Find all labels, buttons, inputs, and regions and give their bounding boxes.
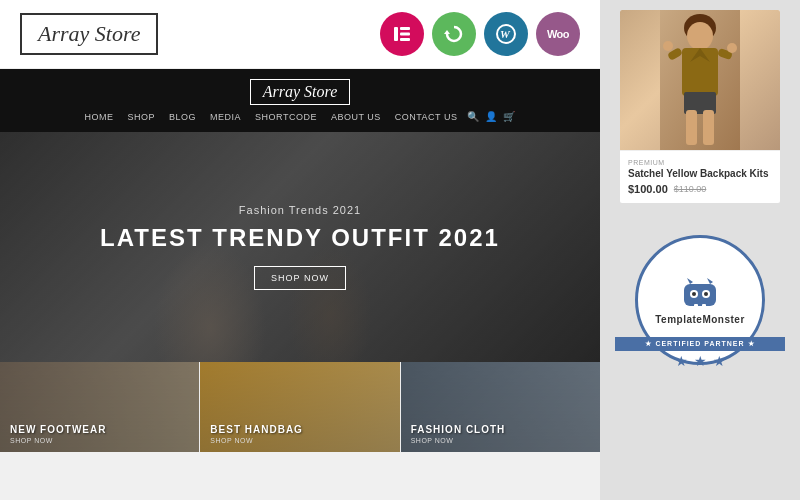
certified-ribbon: ★ CERTIFIED PARTNER ★ xyxy=(615,337,785,351)
wp-svg: W xyxy=(495,23,517,45)
svg-rect-0 xyxy=(394,27,398,41)
svg-rect-19 xyxy=(684,284,716,306)
category-cloth-label: FASHION CLOTH xyxy=(411,424,506,435)
tm-name: TemplateMonster xyxy=(655,314,745,325)
hero-section: Fashion Trends 2021 LATEST TRENDY OUTFIT… xyxy=(0,132,600,362)
store-nav: Array Store HOME SHOP BLOG MEDIA SHORTCO… xyxy=(0,69,600,132)
nav-blog[interactable]: BLOG xyxy=(169,112,196,122)
svg-marker-25 xyxy=(707,278,713,284)
star-3: ★ xyxy=(713,353,726,369)
monster-icon xyxy=(680,276,720,314)
category-grid: NEW FOOTWEAR SHOP NOW BEST HANDBAG SHOP … xyxy=(0,362,600,452)
star-2: ★ xyxy=(694,353,707,369)
svg-point-9 xyxy=(687,22,713,50)
nav-shop[interactable]: SHOP xyxy=(128,112,156,122)
category-footwear-content: NEW FOOTWEAR SHOP NOW xyxy=(10,424,106,444)
search-icon[interactable]: 🔍 xyxy=(467,111,479,122)
svg-rect-27 xyxy=(702,304,706,309)
nav-shortcode[interactable]: SHORTCODE xyxy=(255,112,317,122)
elementor-svg xyxy=(391,23,413,45)
svg-marker-24 xyxy=(687,278,693,284)
main-preview: Array Store W xyxy=(0,0,600,500)
nav-about[interactable]: ABOUT US xyxy=(331,112,381,122)
svg-rect-2 xyxy=(400,33,410,36)
nav-contact[interactable]: CONTACT US xyxy=(395,112,458,122)
svg-point-18 xyxy=(727,43,737,53)
category-footwear-cta[interactable]: SHOP NOW xyxy=(10,437,106,444)
category-handbag: BEST HANDBAG SHOP NOW xyxy=(199,362,400,452)
revolution-icon xyxy=(432,12,476,56)
product-category-label: PREMIUM xyxy=(628,159,772,166)
rev-svg xyxy=(444,24,464,44)
top-header: Array Store W xyxy=(0,0,600,69)
tm-stars: ★ ★ ★ xyxy=(675,353,726,369)
product-price-row: $100.00 $110.00 xyxy=(628,183,772,195)
svg-rect-1 xyxy=(400,27,410,30)
category-cloth-cta[interactable]: SHOP NOW xyxy=(411,437,506,444)
svg-point-17 xyxy=(663,41,673,51)
svg-rect-26 xyxy=(694,304,698,309)
nav-links-wrapper: HOME SHOP BLOG MEDIA SHORTCODE ABOUT US … xyxy=(85,111,516,122)
category-handbag-content: BEST HANDBAG SHOP NOW xyxy=(210,424,303,444)
category-handbag-label: BEST HANDBAG xyxy=(210,424,303,435)
product-info: PREMIUM Satchel Yellow Backpack Kits $10… xyxy=(620,150,780,203)
svg-point-23 xyxy=(704,292,708,296)
templatemonster-badge-container: TemplateMonster ★ CERTIFIED PARTNER ★ ★ … xyxy=(620,215,780,375)
product-price-old: $110.00 xyxy=(674,184,707,194)
svg-point-22 xyxy=(692,292,696,296)
product-name: Satchel Yellow Backpack Kits xyxy=(628,168,772,179)
store-nav-logo: Array Store xyxy=(250,79,351,105)
category-cloth: FASHION CLOTH SHOP NOW xyxy=(401,362,600,452)
category-handbag-cta[interactable]: SHOP NOW xyxy=(210,437,303,444)
wordpress-icon: W xyxy=(484,12,528,56)
product-price: $100.00 xyxy=(628,183,668,195)
svg-text:W: W xyxy=(500,28,511,40)
hero-title: LATEST TRENDY OUTFIT 2021 xyxy=(100,224,500,252)
product-card: -9% xyxy=(620,10,780,203)
user-icon[interactable]: 👤 xyxy=(485,111,497,122)
woo-label: Woo xyxy=(547,28,569,40)
hero-content: Fashion Trends 2021 LATEST TRENDY OUTFIT… xyxy=(100,204,500,290)
nav-home[interactable]: HOME xyxy=(85,112,114,122)
hero-cta-button[interactable]: SHOP NOW xyxy=(254,266,346,290)
product-image-svg xyxy=(660,10,740,150)
svg-rect-3 xyxy=(400,38,410,41)
right-sidebar: -9% xyxy=(600,0,800,500)
category-cloth-content: FASHION CLOTH SHOP NOW xyxy=(411,424,506,444)
category-footwear: NEW FOOTWEAR SHOP NOW xyxy=(0,362,199,452)
nav-links: HOME SHOP BLOG MEDIA SHORTCODE ABOUT US … xyxy=(85,112,458,122)
svg-marker-4 xyxy=(444,30,450,34)
product-image xyxy=(620,10,780,150)
elementor-icon xyxy=(380,12,424,56)
svg-rect-13 xyxy=(686,110,697,145)
nav-utility-icons: 🔍 👤 🛒 xyxy=(467,111,515,122)
brand-logo: Array Store xyxy=(20,13,158,55)
category-footwear-label: NEW FOOTWEAR xyxy=(10,424,106,435)
star-1: ★ xyxy=(675,353,688,369)
cart-icon[interactable]: 🛒 xyxy=(503,111,515,122)
hero-subtitle: Fashion Trends 2021 xyxy=(100,204,500,216)
plugin-icons-group: W Woo xyxy=(380,12,580,56)
svg-rect-14 xyxy=(703,110,714,145)
woocommerce-icon: Woo xyxy=(536,12,580,56)
nav-media[interactable]: MEDIA xyxy=(210,112,241,122)
